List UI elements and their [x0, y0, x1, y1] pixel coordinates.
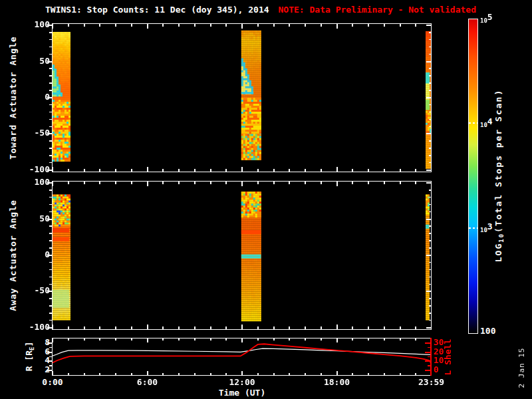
axis-tick	[321, 338, 322, 340]
axis-tick	[384, 182, 385, 184]
axis-tick	[241, 24, 243, 29]
creation-date-stamp: 2 Jan 15	[517, 348, 526, 388]
axis-tick	[52, 371, 53, 375]
axis-tick	[49, 119, 52, 120]
axis-tick	[49, 47, 52, 48]
plot-title: TWINS1: Stop Counts: 11 Dec (doy 345), 2…	[45, 5, 269, 15]
axis-tick	[84, 327, 85, 329]
angle-tick-label: 0	[10, 92, 50, 102]
axis-tick	[273, 338, 275, 340]
preliminary-note: NOTE: Data Preliminary - Not validated	[279, 5, 476, 15]
axis-tick	[336, 167, 338, 172]
axis-tick	[289, 327, 290, 329]
axis-tick	[49, 277, 52, 278]
axis-tick	[49, 82, 52, 84]
axis-tick	[68, 24, 69, 27]
axis-tick	[99, 338, 100, 340]
axis-tick	[225, 182, 227, 184]
axis-tick	[352, 24, 353, 27]
axis-tick	[49, 90, 52, 91]
axis-tick	[49, 233, 52, 234]
axis-tick	[429, 155, 432, 156]
r-tick-label: 8	[10, 338, 50, 347]
axis-tick	[429, 126, 432, 128]
colorbar-tick-label: 100	[480, 327, 495, 336]
colorbar-tick-dash	[469, 227, 477, 229]
axis-tick	[52, 167, 53, 172]
axis-tick	[429, 82, 432, 84]
axis-tick	[115, 169, 116, 172]
axis-tick	[336, 325, 338, 329]
axis-tick	[49, 204, 52, 205]
axis-tick	[210, 182, 211, 184]
axis-tick	[368, 24, 369, 27]
axis-tick	[257, 373, 259, 375]
axis-tick	[289, 182, 290, 184]
axis-tick	[429, 90, 432, 91]
r-tick-label: 4	[10, 356, 50, 365]
axis-tick	[273, 182, 275, 184]
axis-tick	[210, 327, 211, 329]
axis-tick	[429, 225, 432, 227]
axis-tick	[426, 291, 432, 292]
axis-tick	[162, 182, 164, 184]
axis-tick	[429, 54, 432, 55]
axis-tick	[115, 338, 116, 340]
axis-tick	[384, 327, 385, 329]
axis-tick	[162, 338, 164, 340]
axis-tick	[99, 182, 100, 184]
axis-tick	[178, 169, 180, 172]
axis-tick	[429, 284, 432, 285]
axis-tick	[429, 204, 432, 205]
angle-tick-label: -50	[10, 128, 50, 138]
axis-tick	[257, 327, 259, 329]
axis-tick	[321, 327, 322, 329]
axis-tick	[429, 119, 432, 120]
time-tick-label: 12:00	[215, 378, 269, 387]
axis-tick	[426, 182, 432, 184]
axis-tick	[52, 182, 53, 186]
axis-tick	[429, 269, 432, 271]
axis-tick	[428, 365, 430, 366]
axis-tick	[68, 373, 69, 375]
axis-tick	[49, 365, 52, 366]
axis-tick	[68, 327, 69, 329]
axis-tick	[147, 338, 148, 342]
axis-tick	[178, 373, 180, 375]
axis-tick	[305, 373, 306, 375]
axis-tick	[99, 373, 100, 375]
axis-tick	[49, 75, 52, 76]
axis-tick	[305, 327, 306, 329]
axis-tick	[49, 320, 52, 321]
axis-tick	[49, 162, 52, 164]
l-shell-tick-label: 10	[434, 356, 444, 365]
axis-tick	[429, 162, 432, 164]
angle-tick-label: 0	[10, 250, 50, 259]
axis-tick	[68, 182, 69, 184]
axis-tick	[115, 373, 116, 375]
axis-tick	[429, 47, 432, 48]
axis-tick	[147, 182, 148, 186]
axis-tick	[273, 327, 275, 329]
colorbar-tick-label: 105	[480, 13, 493, 25]
axis-tick	[289, 24, 290, 27]
axis-tick	[429, 233, 432, 234]
axis-tick	[162, 169, 164, 172]
colorbar-title: LOG10(Total Stops per Scan)	[494, 89, 506, 263]
colorbar-tick-dash	[469, 122, 477, 124]
l-shell-tick-label: 20	[434, 347, 444, 356]
axis-tick	[225, 24, 227, 27]
axis-tick	[147, 325, 148, 329]
axis-tick	[131, 24, 132, 27]
axis-tick	[400, 373, 401, 375]
axis-tick	[131, 373, 132, 375]
r-tick-label: 6	[10, 347, 50, 356]
axis-tick	[429, 298, 432, 299]
time-tick-label: 0:00	[26, 378, 79, 387]
axis-tick	[429, 247, 432, 249]
axis-tick	[415, 373, 416, 375]
axis-tick	[162, 327, 164, 329]
r-tick-label: 2	[10, 365, 50, 374]
axis-tick	[368, 169, 369, 172]
axis-tick	[425, 370, 430, 371]
